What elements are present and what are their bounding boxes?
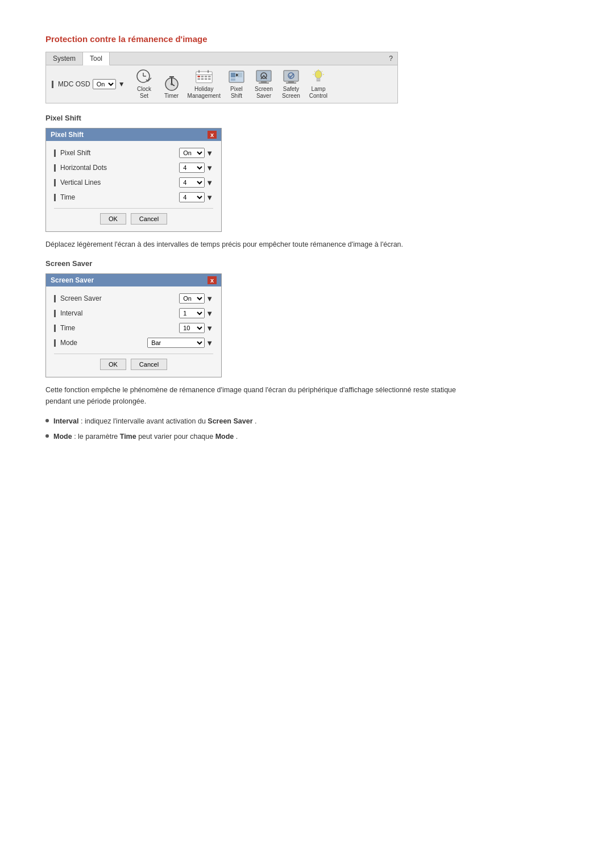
svg-rect-17 <box>205 78 207 80</box>
screen-saver-dialog: Screen Saver x Screen Saver OnOff ▼ <box>45 273 222 377</box>
mode-select[interactable]: BarAll WhiteMoving Images <box>147 338 205 348</box>
vbar-ss-3 <box>54 339 56 347</box>
pixel-shift-dialog-buttons: OK Cancel <box>54 208 213 225</box>
vbar-icon <box>54 149 56 157</box>
pixel-shift-heading: Pixel Shift <box>45 114 569 122</box>
mode-bold: Mode <box>53 433 72 441</box>
section-title: Protection contre la rémanence d'image <box>45 34 569 44</box>
vbar-ss-2 <box>54 325 56 332</box>
svg-rect-22 <box>231 73 235 77</box>
mode-mid: peut varier pour chaque <box>138 433 215 441</box>
page-container: Protection contre la rémanence d'image S… <box>45 34 569 442</box>
safety-screen-label: SafetyScreen <box>282 86 300 99</box>
tab-tool[interactable]: Tool <box>83 52 110 65</box>
dropdown-arrow-3: ▼ <box>206 193 213 202</box>
vbar-ss-0 <box>54 295 56 302</box>
pixel-shift-value-select[interactable]: OnOff <box>179 148 205 158</box>
svg-rect-29 <box>261 81 267 82</box>
pixel-shift-row-1: Horizontal Dots 426 ▼ <box>54 163 213 173</box>
safety-screen-icon <box>282 69 300 85</box>
svg-point-8 <box>171 83 173 85</box>
tab-system[interactable]: System <box>46 52 83 65</box>
time-select-ps[interactable]: 412 <box>179 192 205 202</box>
svg-rect-31 <box>284 70 298 81</box>
screen-saver-row-1-label: Interval <box>54 309 179 317</box>
svg-line-39 <box>322 71 322 72</box>
bullet-text-mode: Mode : le paramètre Time peut varier pou… <box>53 431 238 442</box>
dropdown-arrow: ▼ <box>118 80 125 88</box>
svg-rect-26 <box>231 78 235 81</box>
mode-bold2: Mode <box>215 433 234 441</box>
pixel-shift-row-2: Vertical Lines 426 ▼ <box>54 177 213 188</box>
toolbar-icon-holiday[interactable]: HolidayManagement <box>188 69 221 99</box>
toolbar-icon-safety-screen[interactable]: SafetyScreen <box>280 69 302 99</box>
mode-text: : le paramètre <box>74 433 120 441</box>
dropdown-arrow-2: ▼ <box>206 178 213 187</box>
toolbar-icon-timer[interactable]: Timer <box>160 76 183 99</box>
mdc-osd-control: MDC OSD On Off ▼ <box>52 79 125 89</box>
pixel-shift-row-0-label: Pixel Shift <box>54 149 179 157</box>
ss-dropdown-arrow-2: ▼ <box>206 324 213 333</box>
screen-saver-row-0-value: OnOff ▼ <box>179 293 213 304</box>
svg-rect-15 <box>197 78 200 80</box>
screen-saver-value-select[interactable]: OnOff <box>179 293 205 304</box>
screen-saver-icon <box>255 69 273 85</box>
ss-dropdown-arrow-1: ▼ <box>206 309 213 318</box>
bullet-text-interval: Interval : indiquez l'intervalle avant a… <box>53 416 257 427</box>
svg-point-35 <box>315 70 322 78</box>
pixel-shift-description: Déplacez légèrement l'écran à des interv… <box>45 239 472 250</box>
vertical-lines-select[interactable]: 426 <box>179 177 205 188</box>
pixel-shift-row-2-label: Vertical Lines <box>54 178 179 186</box>
bullet-list: Interval : indiquez l'intervalle avant a… <box>45 416 569 442</box>
interval-end: . <box>255 417 256 425</box>
svg-rect-37 <box>317 80 320 81</box>
screen-saver-section: Screen Saver Screen Saver x Screen Saver… <box>45 259 569 442</box>
screen-saver-dialog-buttons: OK Cancel <box>54 354 213 370</box>
pixel-shift-ok-button[interactable]: OK <box>100 213 126 225</box>
screen-saver-dialog-titlebar: Screen Saver x <box>46 274 221 286</box>
pixel-shift-label: PixelShift <box>230 86 243 99</box>
screen-saver-row-1: Interval 123 ▼ <box>54 308 213 318</box>
vbar-ss-1 <box>54 310 56 317</box>
pixel-shift-close-button[interactable]: x <box>208 131 217 139</box>
pixel-shift-cancel-button[interactable]: Cancel <box>131 213 167 225</box>
screen-saver-row-3-label: Mode <box>54 339 147 347</box>
vbar-icon-3 <box>54 194 56 201</box>
svg-rect-12 <box>201 76 203 77</box>
svg-rect-18 <box>208 78 210 80</box>
screen-saver-ok-button[interactable]: OK <box>100 359 126 370</box>
toolbar-icon-lamp-control[interactable]: LampControl <box>307 69 330 99</box>
mdc-osd-label: MDC OSD <box>58 80 90 88</box>
mdc-osd-select[interactable]: On Off <box>93 79 116 89</box>
help-button[interactable]: ? <box>384 52 397 65</box>
pixel-shift-row-3: Time 412 ▼ <box>54 192 213 202</box>
screen-saver-label: ScreenSaver <box>255 86 273 99</box>
horizontal-dots-select[interactable]: 426 <box>179 163 205 173</box>
toolbar-icon-pixel-shift[interactable]: PixelShift <box>225 69 248 99</box>
screen-saver-cancel-button[interactable]: Cancel <box>131 359 167 370</box>
toolbar-icon-screen-saver[interactable]: ScreenSaver <box>252 69 275 99</box>
pixel-shift-dialog-body: Pixel Shift OnOff ▼ Horizontal Dots <box>46 141 221 231</box>
toolbar-icon-clock-set[interactable]: ClockSet <box>133 69 156 99</box>
screen-saver-row-2-label: Time <box>54 324 179 332</box>
bullet-item-interval: Interval : indiquez l'intervalle avant a… <box>45 416 569 427</box>
timer-label: Timer <box>164 93 179 99</box>
svg-rect-36 <box>317 78 320 80</box>
svg-rect-13 <box>205 76 207 77</box>
screen-saver-row-1-value: 123 ▼ <box>179 308 213 318</box>
svg-rect-33 <box>288 81 294 82</box>
screen-saver-dialog-title: Screen Saver <box>51 276 94 284</box>
interval-select[interactable]: 123 <box>179 308 205 318</box>
screen-saver-close-button[interactable]: x <box>208 276 217 284</box>
interval-text: : indiquez l'intervalle avant activation… <box>81 417 208 425</box>
toolbar-body: MDC OSD On Off ▼ <box>46 65 397 103</box>
svg-rect-30 <box>259 82 269 84</box>
svg-rect-11 <box>197 76 200 77</box>
toolbar-tabs: System Tool ? <box>46 52 397 65</box>
time-select-ss[interactable]: 10515 <box>179 323 205 333</box>
screen-saver-row-3: Mode BarAll WhiteMoving Images ▼ <box>54 338 213 348</box>
pixel-shift-row-2-value: 426 ▼ <box>179 177 213 188</box>
screen-saver-row-0-label: Screen Saver <box>54 294 179 302</box>
clock-set-label: ClockSet <box>137 86 151 99</box>
ss-dropdown-arrow-0: ▼ <box>206 294 213 303</box>
